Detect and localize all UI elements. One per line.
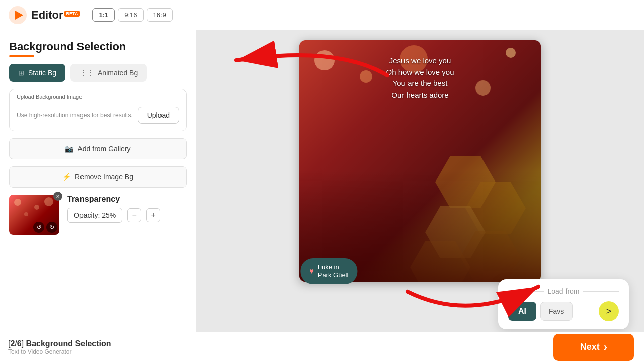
thumbnail-row: ✕ ↺ ↻ Transparency Opacity: 25% − + [9,195,187,235]
opacity-controls: Opacity: 25% − + [67,208,160,223]
song-badge[interactable]: ♥ Luke in Park Güell [300,258,357,284]
load-from-next-button[interactable]: > [599,301,619,321]
load-from-panel: Load from AI Favs > [498,279,629,329]
grid-icon: ⊞ [18,69,24,77]
app-logo-text: EditorBETA [31,9,80,22]
next-button[interactable]: Next › [553,334,634,361]
rotate-right-button[interactable]: ↻ [46,222,57,233]
thumbnail-actions: ↺ ↻ [33,222,57,233]
bottom-bar: [2/6] Background Selection Text to Video… [0,332,644,362]
animated-bg-button[interactable]: ⋮⋮ Animated Bg [70,64,147,82]
preview-background: Jesus we love you Oh how we love you You… [299,40,541,282]
transparency-section: Transparency Opacity: 25% − + [67,195,160,223]
step-current: 2 [10,339,15,348]
upload-button[interactable]: Upload [138,107,179,124]
upload-label: Upload Background Image [10,89,186,100]
favs-button[interactable]: Favs [540,302,573,321]
ai-button[interactable]: AI [508,302,536,321]
logo-area: EditorBETA [8,6,80,25]
step-info: [2/6] Background Selection Text to Video… [8,339,111,355]
content-area: Jesus we love you Oh how we love you You… [196,30,644,362]
ratio-1-1-button[interactable]: 1:1 [92,8,115,22]
sidebar: Background Selection ⊞ Static Bg ⋮⋮ Anim… [0,30,196,362]
thumbnail-container: ✕ ↺ ↻ [9,195,59,235]
opacity-display: Opacity: 25% [67,208,122,223]
heart-icon: ♥ [309,267,313,275]
ratio-buttons-group: 1:1 9:16 16:9 [92,8,172,22]
opacity-decrease-button[interactable]: − [127,208,141,222]
section-title: Background Selection [9,40,187,57]
ratio-16-9-button[interactable]: 16:9 [147,8,173,22]
ratio-9-16-button[interactable]: 9:16 [118,8,143,22]
opacity-increase-button[interactable]: + [146,208,160,222]
transparency-label: Transparency [67,195,160,204]
animated-icon: ⋮⋮ [79,69,94,77]
step-total: 6 [17,339,22,348]
thumbnail-close-button[interactable]: ✕ [53,192,62,201]
main-layout: Background Selection ⊞ Static Bg ⋮⋮ Anim… [0,30,644,362]
preview-container: Jesus we love you Oh how we love you You… [299,40,541,282]
remove-icon: ⚡ [62,173,71,181]
gallery-icon: 📷 [65,145,73,153]
load-from-title: Load from [508,287,619,295]
step-main-text: [2/6] Background Selection [8,339,111,348]
add-from-gallery-button[interactable]: 📷 Add from Gallery [9,138,187,159]
remove-image-bg-button[interactable]: ⚡ Remove Image Bg [9,166,187,188]
bg-type-buttons: ⊞ Static Bg ⋮⋮ Animated Bg [9,64,187,82]
static-bg-button[interactable]: ⊞ Static Bg [9,64,65,82]
app-logo-icon [8,6,27,25]
preview-text-overlay: Jesus we love you Oh how we love you You… [386,55,454,101]
step-sub-text: Text to Video Generator [8,348,111,355]
upload-hint: Use high-resolution images for best resu… [17,111,133,120]
app-header: EditorBETA 1:1 9:16 16:9 [0,0,644,30]
rotate-left-button[interactable]: ↺ [33,222,44,233]
load-from-buttons: AI Favs > [508,301,619,321]
upload-section: Upload Background Image Use high-resolut… [9,89,187,131]
